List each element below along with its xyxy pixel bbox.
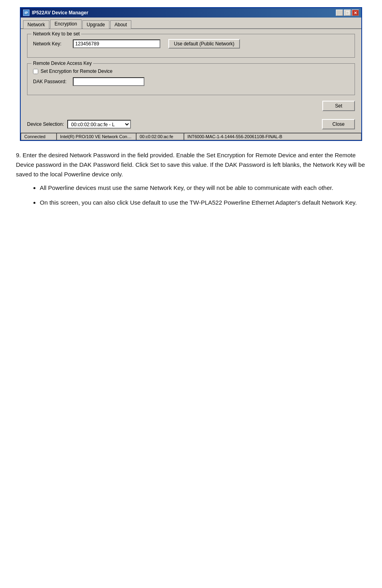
tab-bar: Network Encryption Upgrade About — [21, 18, 361, 29]
device-selection-row: Device Selection: 00:c0:02:00:ac:fe - L — [27, 120, 131, 129]
tab-encryption[interactable]: Encryption — [50, 20, 82, 29]
app-icon: IP — [23, 10, 29, 16]
dak-password-input[interactable] — [73, 77, 144, 86]
close-button[interactable]: Close — [322, 119, 355, 129]
bullet-list: All Powerline devices must use the same … — [40, 183, 366, 207]
device-selection-dropdown[interactable]: 00:c0:02:00:ac:fe - L — [67, 120, 131, 129]
step-number: 9. — [16, 152, 21, 158]
instruction-step: 9. Enter the desired Network Password in… — [16, 150, 366, 179]
step-text: Enter the desired Network Password in th… — [16, 152, 365, 178]
bottom-bar: Device Selection: 00:c0:02:00:ac:fe - L … — [21, 116, 361, 133]
remote-access-group-label: Remote Device Access Key — [31, 61, 93, 66]
title-bar: IP IP522AV Device Manager _ ❐ ✕ — [21, 8, 361, 18]
set-encryption-label: Set Encryption for Remote Device — [41, 68, 113, 74]
use-default-button[interactable]: Use default (Public Network) — [168, 39, 240, 49]
set-encryption-checkbox-row: Set Encryption for Remote Device — [33, 68, 349, 74]
network-key-label: Network Key: — [33, 41, 73, 47]
bullet-item-2: On this screen, you can also click Use d… — [40, 198, 366, 207]
network-key-input[interactable] — [73, 39, 160, 48]
main-content: Network Key to be set Network Key: Use d… — [21, 29, 361, 116]
status-adapter: Intel(R) PRO/100 VE Network Conn ▼ — [57, 133, 136, 140]
device-selection-label: Device Selection: — [27, 121, 64, 127]
status-mac: 00:c0:02:00:ac:fe — [136, 133, 184, 140]
network-key-group-label: Network Key to be set — [31, 31, 81, 37]
restore-button[interactable]: ❐ — [344, 10, 351, 16]
bullet-item-1: All Powerline devices must use the same … — [40, 183, 366, 192]
minimize-button[interactable]: _ — [336, 10, 343, 16]
title-controls: _ ❐ ✕ — [336, 10, 359, 16]
close-window-button[interactable]: ✕ — [352, 10, 359, 16]
status-connected: Connected — [21, 133, 57, 140]
app-window: IP IP522AV Device Manager _ ❐ ✕ Network … — [20, 7, 362, 141]
network-key-row: Network Key: Use default (Public Network… — [33, 39, 349, 49]
window-title: IP522AV Device Manager — [32, 10, 88, 16]
set-encryption-checkbox[interactable] — [33, 69, 38, 74]
tab-network[interactable]: Network — [23, 20, 49, 29]
set-button-row: Set — [27, 101, 355, 111]
remote-access-group: Remote Device Access Key Set Encryption … — [27, 63, 355, 95]
status-bar: Connected Intel(R) PRO/100 VE Network Co… — [21, 133, 361, 140]
dak-password-row: DAK Password: — [33, 77, 349, 86]
tab-about[interactable]: About — [110, 20, 131, 29]
set-button[interactable]: Set — [322, 101, 355, 111]
status-device-id: INT6000-MAC-1-4-1444-556-20061108-FINAL-… — [184, 133, 361, 140]
instructions: 9. Enter the desired Network Password in… — [0, 141, 382, 223]
tab-upgrade[interactable]: Upgrade — [82, 20, 109, 29]
network-key-group: Network Key to be set Network Key: Use d… — [27, 34, 355, 58]
dak-password-label: DAK Password: — [33, 79, 73, 84]
